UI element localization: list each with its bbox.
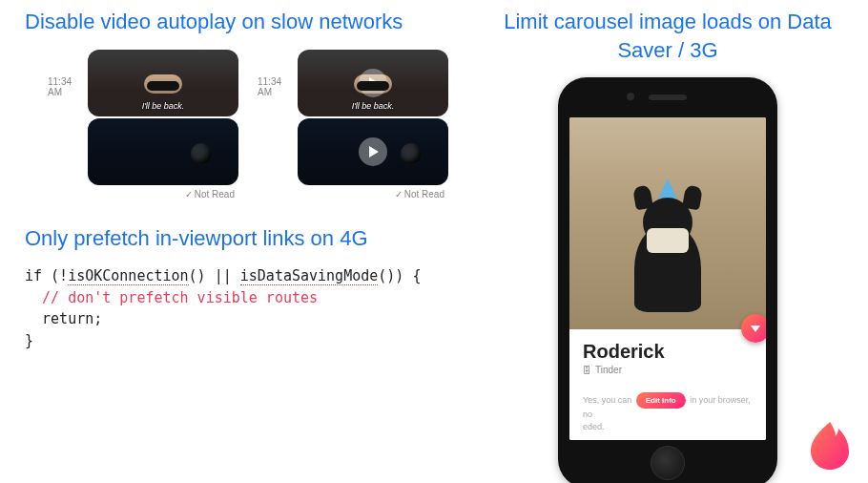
message-timestamp: 11:34 AM [48,50,88,97]
edit-info-button[interactable]: Edit Info [636,392,686,409]
phone-screen: Roderick 🗄 Tinder Yes, you can Edit Info… [569,117,766,440]
video-thumbnail [88,118,238,185]
play-icon[interactable] [359,137,387,166]
download-fab[interactable] [741,314,766,343]
prefetch-heading: Only prefetch in-viewport links on 4G [19,224,477,253]
profile-message: Yes, you can Edit Info in your browser, … [583,392,753,432]
video-caption: I'll be back. [352,101,395,111]
twitter-screenshot-pair: 11:34 AM I'll be back. ✓Not Read 11:34 A… [19,50,477,200]
phone-camera [627,93,634,100]
check-icon: ✓ [395,189,403,200]
autoplay-heading: Disable video autoplay on slow networks [19,8,477,36]
video-thumbnail: I'll be back. [298,50,448,116]
video-thumbnail: I'll be back. [88,50,238,116]
video-thumbnail [298,118,448,185]
read-status: ✓Not Read [48,185,238,200]
profile-panel: Roderick 🗄 Tinder Yes, you can Edit Info… [569,329,766,440]
profile-workplace: 🗄 Tinder [583,365,753,375]
profile-name: Roderick [583,341,753,363]
carousel-heading: Limit carousel image loads on Data Saver… [486,8,849,64]
message-timestamp: 11:34 AM [258,50,298,97]
twitter-autoplay-column: 11:34 AM I'll be back. ✓Not Read [48,50,238,200]
dog-photo [615,178,720,312]
tinder-logo-icon [809,420,851,470]
briefcase-icon: 🗄 [583,366,591,375]
read-status: ✓Not Read [258,185,448,200]
check-icon: ✓ [185,189,193,200]
play-icon[interactable] [359,69,387,97]
phone-mockup: Roderick 🗄 Tinder Yes, you can Edit Info… [558,77,777,483]
video-caption: I'll be back. [142,101,185,111]
home-button[interactable] [651,446,685,480]
phone-speaker [649,94,687,100]
code-snippet: if (!isOKConnection() || isDataSavingMod… [19,265,477,351]
carousel-image[interactable] [569,117,766,329]
twitter-paused-column: 11:34 AM I'll be back. ✓Not Read [258,50,448,200]
